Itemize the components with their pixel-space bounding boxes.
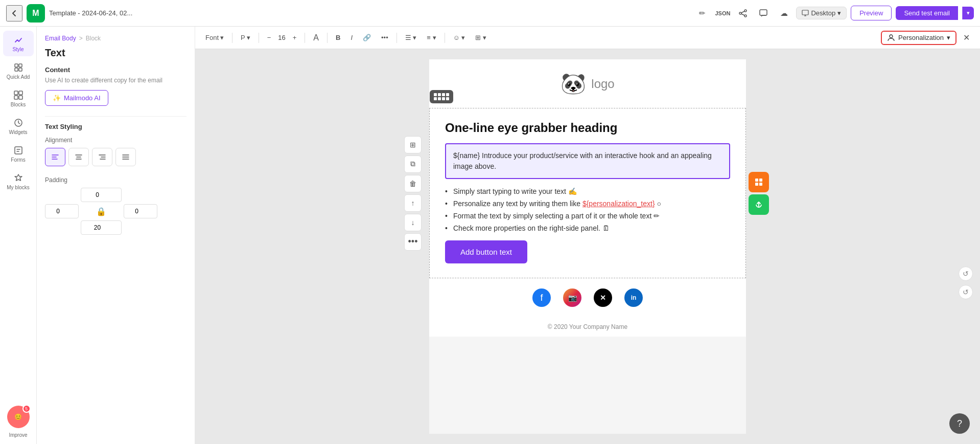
alignment-controls bbox=[45, 148, 186, 166]
edit-title-icon[interactable]: ✏ bbox=[694, 5, 710, 21]
green-action-button[interactable] bbox=[749, 194, 769, 215]
svg-point-2 bbox=[744, 15, 746, 17]
font-size-increase[interactable]: + bbox=[289, 30, 301, 46]
bullet-item-2: Personalize any text by writing them lik… bbox=[445, 199, 730, 208]
svg-rect-16 bbox=[755, 179, 758, 182]
comment-icon[interactable] bbox=[755, 5, 772, 21]
bold-button[interactable]: B bbox=[332, 30, 344, 46]
padding-right-input[interactable] bbox=[124, 204, 157, 218]
padding-lock-icon[interactable]: 🔒 bbox=[96, 207, 106, 216]
share-icon[interactable] bbox=[735, 5, 751, 21]
improve-button[interactable]: 5 😊 bbox=[7, 406, 30, 428]
toolbar-sep-3 bbox=[305, 33, 305, 43]
orange-action-button[interactable] bbox=[749, 172, 769, 192]
align-left-button[interactable] bbox=[45, 148, 65, 166]
emoji-button[interactable]: ☺ ▾ bbox=[449, 30, 470, 46]
toolbar-sep-6 bbox=[445, 33, 445, 43]
svg-point-0 bbox=[744, 10, 746, 12]
padding-top-input[interactable] bbox=[81, 188, 122, 202]
font-selector[interactable]: Font ▾ bbox=[201, 30, 228, 46]
mailmodo-ai-button[interactable]: ✨ Mailmodo AI bbox=[45, 90, 108, 106]
italic-button[interactable]: I bbox=[346, 30, 357, 46]
topbar-right: Desktop ▾ Preview Send test email ▾ bbox=[796, 6, 974, 20]
icon-sidebar: Style Quick Add Blocks Widgets Forms My … bbox=[0, 27, 37, 444]
canvas-scroll[interactable]: 🐼 logo bbox=[195, 49, 980, 444]
send-dropdown-arrow[interactable]: ▾ bbox=[962, 7, 974, 19]
sidebar-item-blocks[interactable]: Blocks bbox=[3, 86, 34, 112]
block-resize-icon[interactable]: ⊞ bbox=[404, 136, 422, 153]
block-more-icon[interactable]: ••• bbox=[404, 233, 422, 251]
sidebar-item-forms[interactable]: Forms bbox=[3, 141, 34, 167]
align-right-button[interactable] bbox=[92, 148, 112, 166]
content-block[interactable]: ⊞ ⧉ 🗑 ↑ ↓ ••• One-line eye grabber headi… bbox=[429, 108, 746, 278]
personalization-example: ${personalization_text} bbox=[582, 199, 655, 208]
block-copy-icon[interactable]: ⧉ bbox=[404, 156, 422, 173]
content-section-label: Content bbox=[45, 66, 186, 74]
block-drag-toolbar[interactable] bbox=[430, 90, 453, 103]
breadcrumb-parent[interactable]: Email Body bbox=[45, 35, 76, 42]
padding-left-input[interactable] bbox=[45, 204, 79, 218]
formatting-toolbar: Font ▾ P ▾ − 16 + A B I 🔗 ••• ☰ ▾ ≡ ▾ ☺ … bbox=[195, 27, 980, 49]
bullet-item-3: Format the text by simply selecting a pa… bbox=[445, 212, 730, 220]
text-styling-label: Text Styling bbox=[45, 123, 186, 130]
save-icon[interactable]: ☁ bbox=[776, 5, 792, 21]
logo-section: 🐼 logo bbox=[429, 59, 746, 108]
instagram-icon[interactable]: 📷 bbox=[563, 288, 581, 307]
help-button[interactable]: ? bbox=[949, 413, 970, 434]
text-editor-area[interactable]: ${name} Introduce your product/service w… bbox=[445, 143, 730, 179]
email-canvas: 🐼 logo bbox=[429, 59, 746, 434]
breadcrumb: Email Body > Block bbox=[45, 35, 186, 42]
twitter-x-icon[interactable]: ✕ bbox=[594, 288, 612, 307]
svg-rect-19 bbox=[759, 183, 762, 186]
svg-rect-11 bbox=[14, 96, 18, 99]
linkedin-icon[interactable]: in bbox=[624, 288, 643, 307]
block-move-down-icon[interactable]: ↓ bbox=[404, 214, 422, 231]
refresh-icon-1[interactable]: ↺ bbox=[959, 267, 973, 281]
paragraph-style-selector[interactable]: P ▾ bbox=[237, 30, 254, 46]
facebook-icon[interactable]: f bbox=[532, 288, 551, 307]
svg-rect-7 bbox=[15, 68, 18, 71]
sidebar-item-quick-add[interactable]: Quick Add bbox=[3, 58, 34, 84]
ordered-list-button[interactable]: ☰ ▾ bbox=[401, 30, 421, 46]
font-size-decrease[interactable]: − bbox=[263, 30, 275, 46]
padding-bottom-input[interactable] bbox=[81, 220, 122, 235]
align-center-button[interactable] bbox=[68, 148, 89, 166]
alignment-label: Alignment bbox=[45, 137, 186, 144]
preview-button[interactable]: Preview bbox=[851, 6, 892, 20]
text-color-button[interactable]: A bbox=[309, 30, 323, 46]
clear-formatting-button[interactable]: ✕ bbox=[959, 30, 974, 46]
sidebar-item-widgets[interactable]: Widgets bbox=[3, 114, 34, 139]
svg-rect-14 bbox=[15, 147, 22, 154]
svg-rect-6 bbox=[19, 64, 22, 67]
drag-handle[interactable] bbox=[433, 92, 450, 101]
left-panel: Email Body > Block Text Content Use AI t… bbox=[37, 27, 195, 444]
logo-text: logo bbox=[591, 77, 614, 91]
padding-label: Padding bbox=[45, 176, 186, 184]
breadcrumb-separator: > bbox=[79, 35, 83, 42]
table-button[interactable]: ⊞ ▾ bbox=[471, 30, 491, 46]
unordered-list-button[interactable]: ≡ ▾ bbox=[423, 30, 440, 46]
text-content[interactable]: ${name} Introduce your product/service w… bbox=[453, 150, 722, 172]
canvas-side-controls: ↺ ↺ bbox=[959, 267, 973, 299]
sidebar-item-style[interactable]: Style bbox=[3, 31, 34, 56]
sidebar-bottom: 5 😊 Improve bbox=[7, 406, 30, 438]
align-justify-button[interactable] bbox=[115, 148, 136, 166]
content-section-desc: Use AI to create different copy for the … bbox=[45, 77, 186, 84]
desktop-toggle[interactable]: Desktop ▾ bbox=[796, 7, 847, 19]
main-layout: Style Quick Add Blocks Widgets Forms My … bbox=[0, 27, 980, 444]
social-icons-section: f 📷 ✕ in bbox=[429, 278, 746, 317]
sidebar-item-my-blocks[interactable]: My blocks bbox=[3, 169, 34, 194]
json-button[interactable]: JSON bbox=[714, 5, 731, 21]
block-move-up-icon[interactable]: ↑ bbox=[404, 194, 422, 212]
more-formats-button[interactable]: ••• bbox=[377, 30, 392, 46]
panel-title: Text bbox=[45, 47, 186, 59]
back-button[interactable] bbox=[6, 5, 22, 21]
improve-label: Improve bbox=[9, 432, 27, 438]
refresh-icon-2[interactable]: ↺ bbox=[959, 285, 973, 299]
send-test-email-button[interactable]: Send test email bbox=[896, 6, 958, 20]
personalization-button[interactable]: Personalization ▾ bbox=[881, 31, 956, 45]
block-delete-icon[interactable]: 🗑 bbox=[404, 175, 422, 192]
cta-button[interactable]: Add button text bbox=[445, 240, 527, 263]
toolbar-sep-5 bbox=[396, 33, 397, 43]
link-button[interactable]: 🔗 bbox=[359, 30, 375, 46]
